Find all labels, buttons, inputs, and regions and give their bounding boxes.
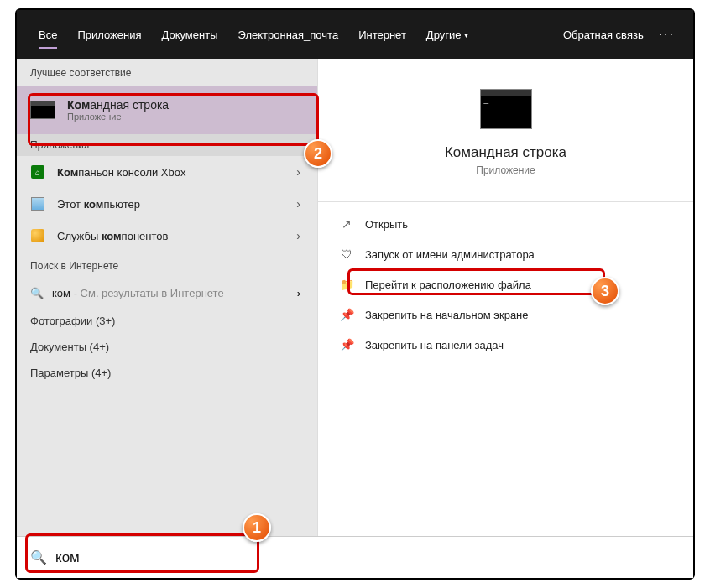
app-item-xbox[interactable]: ⌂ Компаньон консоли Xbox › (17, 156, 317, 188)
search-input[interactable]: ком (55, 549, 81, 566)
tab-internet[interactable]: Интернет (348, 10, 416, 59)
tab-other[interactable]: Другие▾ (416, 10, 479, 59)
chevron-right-icon: › (297, 287, 300, 299)
category-settings[interactable]: Параметры (4+) (17, 360, 317, 386)
xbox-icon: ⌂ (31, 165, 44, 179)
section-apps: Приложения (17, 134, 317, 156)
chevron-right-icon: › (296, 165, 300, 179)
action-run-as-admin[interactable]: 🛡 Запуск от имени администратора (318, 239, 693, 269)
chevron-right-icon: › (296, 197, 300, 211)
section-best-match: Лучшее соответствие (17, 59, 317, 86)
category-photos[interactable]: Фотографии (3+) (17, 308, 317, 334)
search-window: Все Приложения Документы Электронная_поч… (15, 8, 695, 580)
pin-icon: 📌 (340, 338, 353, 351)
pc-icon (31, 197, 44, 211)
results-panel: Лучшее соответствие Командная строка При… (17, 59, 317, 536)
web-search-item[interactable]: 🔍 ком - См. результаты в Интернете › (17, 278, 317, 308)
feedback-link[interactable]: Обратная связь (555, 29, 652, 41)
app-item-this-pc[interactable]: Этот компьютер › (17, 188, 317, 220)
best-match-item[interactable]: Командная строка Приложение (17, 86, 317, 134)
more-button[interactable]: ··· (652, 27, 681, 42)
pin-icon: 📌 (340, 308, 353, 321)
cmd-icon (30, 101, 55, 119)
component-icon (31, 229, 44, 242)
tab-bar: Все Приложения Документы Электронная_поч… (17, 10, 693, 59)
action-pin-taskbar[interactable]: 📌 Закрепить на панели задач (318, 330, 693, 360)
app-item-component-services[interactable]: Службы компонентов › (17, 220, 317, 252)
category-documents[interactable]: Документы (4+) (17, 334, 317, 360)
search-icon: 🔍 (30, 549, 47, 565)
open-icon: ↗ (340, 217, 353, 231)
tab-email[interactable]: Электронная_почта (227, 10, 348, 59)
search-bar[interactable]: 🔍 ком (17, 536, 693, 578)
body: Лучшее соответствие Командная строка При… (17, 59, 693, 536)
detail-subtitle: Приложение (318, 164, 693, 176)
divider (318, 201, 693, 202)
search-icon: 🔍 (30, 287, 44, 299)
action-open-location[interactable]: 📁 Перейти к расположению файла (318, 269, 693, 299)
shield-icon: 🛡 (340, 247, 353, 261)
folder-icon: 📁 (340, 278, 353, 291)
tab-documents[interactable]: Документы (151, 10, 227, 59)
detail-panel: Командная строка Приложение ↗ Открыть 🛡 … (317, 59, 693, 536)
tab-all[interactable]: Все (29, 10, 67, 59)
section-web-search: Поиск в Интернете (17, 252, 317, 278)
action-pin-start[interactable]: 📌 Закрепить на начальном экране (318, 299, 693, 330)
best-match-text: Командная строка Приложение (67, 98, 169, 122)
tab-apps[interactable]: Приложения (67, 10, 151, 59)
detail-title: Командная строка (318, 144, 693, 161)
chevron-down-icon: ▾ (464, 30, 468, 39)
action-open[interactable]: ↗ Открыть (318, 209, 693, 239)
cmd-large-icon (480, 89, 532, 129)
chevron-right-icon: › (296, 229, 300, 242)
